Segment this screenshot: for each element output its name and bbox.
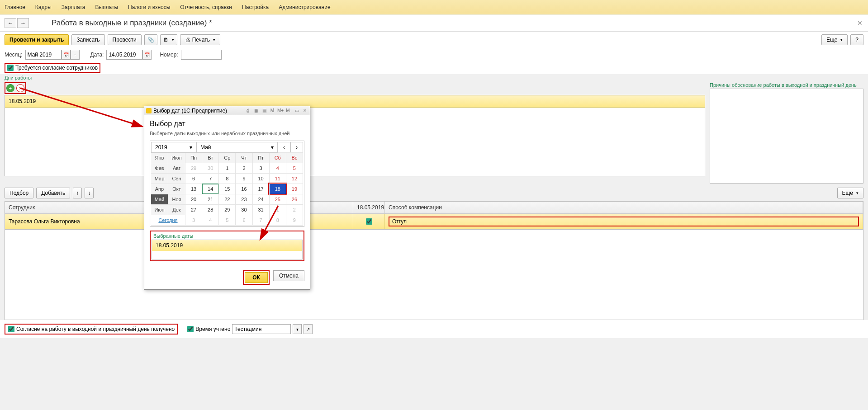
day-cell-today[interactable]: 14 (202, 184, 219, 194)
month-may[interactable]: Май (151, 194, 168, 205)
post-button[interactable]: Провести (108, 34, 142, 45)
month-apr[interactable]: Апр (151, 184, 168, 194)
accounted-by-open[interactable]: ↗ (304, 324, 313, 334)
menu-salary[interactable]: Зарплата (62, 4, 85, 10)
day-cell[interactable]: 31 (252, 204, 270, 215)
work-day-row[interactable]: 18.05.2019 (5, 95, 705, 108)
dlg-minimize-icon[interactable]: ▭ (294, 108, 300, 114)
day-cell[interactable]: 1 (218, 163, 236, 174)
save-button[interactable]: Записать (71, 34, 104, 45)
day-cell[interactable]: 10 (252, 173, 270, 184)
table-row[interactable]: Тарасова Ольга Викторовна Отгул (5, 214, 863, 229)
day-cell[interactable]: 16 (235, 184, 252, 194)
day-cell[interactable]: 30 (202, 163, 219, 174)
dlg-mminus-icon[interactable]: M- (285, 108, 292, 114)
cancel-button[interactable]: Отмена (273, 270, 304, 281)
reasons-textarea[interactable] (710, 89, 863, 184)
menu-admin[interactable]: Администрирование (279, 4, 330, 10)
day-cell[interactable]: 21 (202, 194, 219, 205)
month-field[interactable] (25, 50, 62, 60)
col-compensation-header[interactable]: Способ компенсации (385, 202, 863, 213)
day-cell[interactable]: 6 (185, 173, 202, 184)
dlg-print-icon[interactable]: ⎙ (245, 108, 251, 114)
date-field[interactable] (106, 50, 142, 60)
day-cell[interactable]: 24 (252, 194, 270, 205)
date-checkbox[interactable] (366, 218, 372, 225)
day-cell[interactable]: 7 (202, 173, 219, 184)
menu-hr[interactable]: Кадры (35, 4, 52, 10)
selected-dates-list[interactable]: 18.05.2019 (152, 240, 303, 259)
time-accounted-checkbox[interactable] (187, 326, 194, 332)
prev-month-button[interactable]: ‹ (278, 142, 290, 153)
pick-employee-button[interactable]: Подбор (5, 188, 33, 198)
day-cell[interactable]: 8 (269, 215, 286, 226)
col-date-header[interactable]: 18.05.2019 (353, 202, 385, 213)
day-cell[interactable]: 20 (185, 194, 202, 205)
day-cell[interactable]: 5 (218, 215, 236, 226)
menu-main[interactable]: Главное (5, 4, 25, 10)
day-cell[interactable]: 23 (235, 194, 252, 205)
day-cell[interactable]: 2 (235, 163, 252, 174)
day-cell[interactable]: 27 (185, 204, 202, 215)
create-based-on-button[interactable]: 🗎 (160, 34, 177, 45)
month-nov[interactable]: Ноя (168, 194, 185, 205)
work-days-list[interactable]: 18.05.2019 (5, 95, 705, 176)
dlg-calendar-icon[interactable]: ▤ (261, 108, 267, 114)
day-cell[interactable]: 17 (252, 184, 270, 194)
month-aug[interactable]: Авг (168, 163, 185, 174)
number-field[interactable] (181, 50, 222, 60)
selected-date-row[interactable]: 18.05.2019 (152, 240, 302, 251)
consent-received-checkbox[interactable] (8, 326, 14, 332)
day-cell[interactable]: 12 (286, 173, 303, 184)
compensation-cell[interactable]: Отгул (385, 214, 863, 229)
dlg-close-icon[interactable]: ✕ (302, 108, 308, 114)
month-jul[interactable]: Июл (168, 152, 185, 163)
day-cell[interactable]: 19 (286, 184, 303, 194)
add-employee-button[interactable]: Добавить (36, 188, 70, 198)
attach-button[interactable]: 📎 (144, 34, 157, 45)
day-cell[interactable]: 6 (235, 215, 252, 226)
day-cell[interactable]: 3 (185, 215, 202, 226)
day-cell[interactable]: 22 (218, 194, 236, 205)
day-cell[interactable]: 11 (269, 173, 286, 184)
delete-day-button[interactable]: × (16, 84, 24, 92)
dlg-save-icon[interactable]: ▦ (253, 108, 259, 114)
dlg-mplus-icon[interactable]: M+ (277, 108, 284, 114)
consent-required-checkbox[interactable] (7, 65, 14, 71)
month-feb[interactable]: Фев (151, 163, 168, 174)
day-cell[interactable]: 9 (286, 215, 303, 226)
day-cell[interactable]: 1 (269, 204, 286, 215)
move-down-button[interactable]: ↓ (85, 188, 94, 198)
day-cell[interactable]: 15 (218, 184, 236, 194)
day-cell[interactable]: 28 (202, 204, 219, 215)
month-jun[interactable]: Июн (151, 204, 168, 215)
day-cell[interactable]: 3 (252, 163, 270, 174)
day-cell[interactable]: 30 (235, 204, 252, 215)
day-cell[interactable]: 5 (286, 163, 303, 174)
month-stepper-button[interactable]: ÷ (71, 50, 80, 60)
post-and-close-button[interactable]: Провести и закрыть (5, 34, 69, 45)
add-day-button[interactable]: + (6, 84, 14, 92)
day-cell[interactable]: 9 (235, 173, 252, 184)
day-cell[interactable]: 25 (269, 194, 286, 205)
day-cell[interactable]: 2 (286, 204, 303, 215)
close-icon[interactable]: ✕ (857, 19, 863, 27)
month-jan[interactable]: Янв (151, 152, 168, 163)
accounted-by-field[interactable] (232, 324, 291, 334)
ok-button[interactable]: ОК (245, 272, 268, 283)
dialog-titlebar[interactable]: Выбор дат (1С:Предприятие) ⎙ ▦ ▤ M M+ M-… (144, 106, 310, 115)
today-link[interactable]: Сегодня (151, 215, 185, 226)
day-cell[interactable]: 29 (185, 163, 202, 174)
day-cell[interactable]: 4 (269, 163, 286, 174)
year-selector[interactable]: 2019▾ (151, 142, 196, 153)
print-button[interactable]: 🖨 Печать (180, 34, 220, 45)
month-sep[interactable]: Сен (168, 173, 185, 184)
day-cell[interactable]: 4 (202, 215, 219, 226)
day-cell[interactable]: 29 (218, 204, 236, 215)
dlg-m-icon[interactable]: M (269, 108, 275, 114)
month-dec[interactable]: Дек (168, 204, 185, 215)
nav-forward-button[interactable]: → (17, 18, 29, 28)
date-check-cell[interactable] (353, 214, 385, 229)
day-cell[interactable]: 13 (185, 184, 202, 194)
month-selector[interactable]: Май▾ (196, 142, 278, 153)
